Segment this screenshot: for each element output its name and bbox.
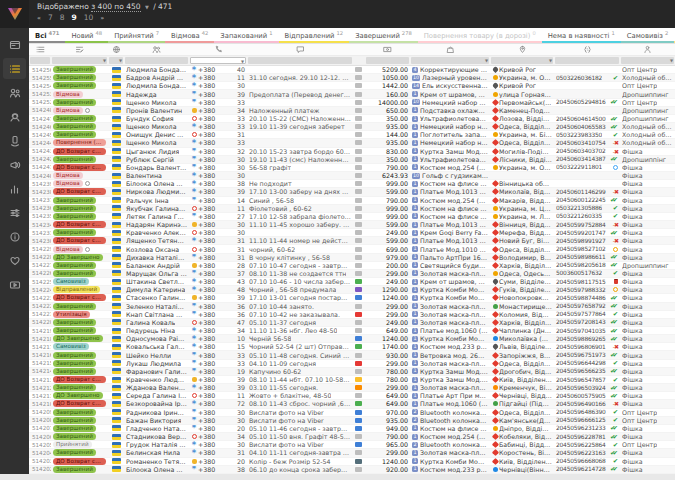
- status-cell: ДО Завершено: [51, 254, 108, 261]
- tab-Прийнятий[interactable]: Прийнятий7: [108, 28, 165, 43]
- total-column-header[interactable]: [365, 44, 410, 55]
- comment-column-header[interactable]: [247, 44, 353, 55]
- sidebar-item-customers[interactable]: [3, 82, 26, 103]
- order-row[interactable]: 514254ЗавершенийЛюдмила Бондарен...*+380…: [29, 82, 675, 90]
- ttn-status-icon: ✔✔: [610, 98, 618, 106]
- order-row[interactable]: 514241ДО Возврат ск...Бондарь Валентина.…: [29, 164, 675, 172]
- column-filter-input[interactable]: [366, 57, 409, 64]
- sidebar-item-marketing[interactable]: [3, 154, 26, 175]
- country-cell: [108, 213, 124, 219]
- column-filter-input[interactable]: ▼: [109, 57, 123, 64]
- tab-count-badge: 1: [269, 30, 272, 36]
- status-badge: Завершений: [53, 262, 96, 269]
- manager-comment: 17.10 13-00 заберу на днях Че...: [249, 188, 351, 195]
- page-button[interactable]: 9: [72, 13, 77, 22]
- tab-count-badge: 7: [156, 30, 159, 36]
- order-row[interactable]: 514244Повернення (з...Іщенко Микола*+380…: [29, 139, 675, 147]
- sidebar-item-callback[interactable]: [3, 130, 26, 151]
- tab-Завершений[interactable]: Завершений278: [349, 28, 418, 43]
- phone-cell: +38031: [189, 246, 247, 253]
- id-column-header[interactable]: [29, 44, 51, 55]
- payment-column-header[interactable]: [353, 44, 365, 55]
- status-cell: Завершений: [51, 449, 108, 456]
- order-row[interactable]: 514242ЗавершенийРублюк Сергій*+3803019.1…: [29, 156, 675, 164]
- payment-cell: [353, 385, 365, 390]
- order-row[interactable]: 514225СамовивізШтакина Светлана*+3804307…: [29, 278, 675, 286]
- status-badge: Відмова: [53, 246, 83, 253]
- column-filter-input[interactable]: [555, 57, 619, 64]
- column-filter-input[interactable]: ▼: [411, 57, 489, 64]
- column-filter-input[interactable]: ▼: [621, 57, 674, 64]
- ttn-number: 20450596666125: [556, 417, 606, 423]
- order-row[interactable]: 514240ВідмоваВалентина*+380306243.9310Го…: [29, 172, 675, 180]
- sidebar-item-info[interactable]: [3, 226, 26, 247]
- ttn-number: 20450596228781: [556, 434, 606, 440]
- tab-Самовивіз[interactable]: Самовивіз2: [621, 28, 674, 43]
- column-filter-input[interactable]: [30, 57, 50, 64]
- sidebar-item-statistics[interactable]: [3, 178, 26, 199]
- column-filter-input[interactable]: [248, 57, 352, 64]
- top-bar: Відображено з 400 по 450 ▼ / 471 « 78910…: [0, 0, 675, 28]
- page-button[interactable]: 7: [48, 13, 53, 22]
- payment-cell: [353, 108, 365, 113]
- comment-cell: 07.10 10-42 не заказывала.: [247, 311, 353, 318]
- order-row[interactable]: 514202ЗавершенийБілоока Олена Петр...*+3…: [29, 466, 675, 474]
- np-carrier-icon: [492, 222, 498, 227]
- order-row[interactable]: 514235ЗавершенийЛетяк Галина Григо...*+3…: [29, 213, 675, 221]
- app-logo[interactable]: [0, 0, 29, 28]
- phone-prefix: +380: [198, 466, 215, 473]
- last-page-button[interactable]: »: [100, 14, 104, 22]
- column-filter-input[interactable]: [125, 57, 188, 64]
- order-row[interactable]: 514230ДО Возврат ск...Лященко Тетяна Іва…: [29, 237, 675, 245]
- order-row[interactable]: 514252ЗавершенийІщенко Микола*+380331400…: [29, 99, 675, 107]
- phone-column-header[interactable]: [189, 44, 247, 55]
- sidebar-item-orders[interactable]: [3, 58, 26, 79]
- column-filter-input[interactable]: ▼: [491, 57, 553, 64]
- status-column-header[interactable]: [51, 44, 108, 55]
- client-column-header[interactable]: [124, 44, 189, 55]
- order-row[interactable]: 514239ВідмоваБілоока Олена Петр...*+3803…: [29, 180, 675, 188]
- order-row[interactable]: 514231ЗавершенийКравченко Алексей+380302…: [29, 229, 675, 237]
- tab-Всі[interactable]: Всі471: [29, 28, 65, 43]
- product-name: Платье Арт При мод.785 (1шт. х...: [420, 392, 488, 399]
- tab-Повернення товару (в дорозі)[interactable]: Повернення товару (в дорозі)0: [418, 28, 542, 43]
- star-source-icon: *: [191, 198, 197, 202]
- sidebar-item-call-center[interactable]: [3, 106, 26, 127]
- delivered-paid-check-icon: ✔✔: [610, 351, 618, 359]
- column-filter-input[interactable]: ▼: [190, 57, 246, 64]
- tab-Нема в наявності[interactable]: Нема в наявності1: [542, 28, 621, 43]
- ttn-column-header[interactable]: [554, 44, 620, 55]
- total-cell: 970.00: [365, 409, 410, 416]
- order-row[interactable]: 514211ДО ЗавершеноСереда Галина Івані...…: [29, 392, 675, 400]
- campaign-column-header[interactable]: [620, 44, 675, 55]
- sidebar-item-settings[interactable]: [3, 202, 26, 223]
- tab-Запакований[interactable]: Запакований1: [214, 28, 278, 43]
- filter-cell: ▼: [189, 56, 247, 65]
- order-row[interactable]: 514218ДО ЗавершеноОдносумова Раіса І...*…: [29, 335, 675, 343]
- products-column-header[interactable]: [410, 44, 490, 55]
- order-row[interactable]: 514255ЗавершенийБадров Андрій Вікт...*+3…: [29, 74, 675, 82]
- order-row[interactable]: 514226ЗавершенийМарущак Ольга Іва...*+38…: [29, 270, 675, 278]
- country-column-header[interactable]: [108, 44, 124, 55]
- status-cell: Самовивіз: [51, 343, 108, 350]
- client-cell: Козлова Оксана: [124, 246, 189, 253]
- sidebar-item-video[interactable]: [3, 274, 26, 295]
- phone-cell: *+38030: [189, 409, 247, 416]
- products-cell: 4Корректирующие брюки Holly...: [410, 66, 490, 73]
- page-button[interactable]: 8: [60, 13, 65, 22]
- page-button[interactable]: 10: [84, 13, 94, 22]
- ukraine-flag-icon: [112, 401, 121, 407]
- delivery-cell: Володимир, Від...: [490, 254, 554, 261]
- sidebar-item-dashboard[interactable]: [3, 34, 26, 55]
- delivery-column-header[interactable]: [490, 44, 554, 55]
- np-carrier-icon: [492, 247, 498, 252]
- tab-Відправлений[interactable]: Відправлений12: [279, 28, 350, 43]
- tab-Новий[interactable]: Новий48: [65, 28, 108, 43]
- order-id: 514226: [29, 270, 51, 276]
- first-page-button[interactable]: «: [37, 14, 41, 22]
- column-filter-input[interactable]: ▼: [52, 57, 107, 64]
- sidebar-item-care[interactable]: [3, 250, 26, 271]
- order-row[interactable]: 514245ЗавершенийОнищук Денис Сергі...+38…: [29, 131, 675, 139]
- shown-range-selector[interactable]: з 400 по 450: [91, 2, 140, 12]
- tab-Відмова[interactable]: Відмова42: [165, 28, 214, 43]
